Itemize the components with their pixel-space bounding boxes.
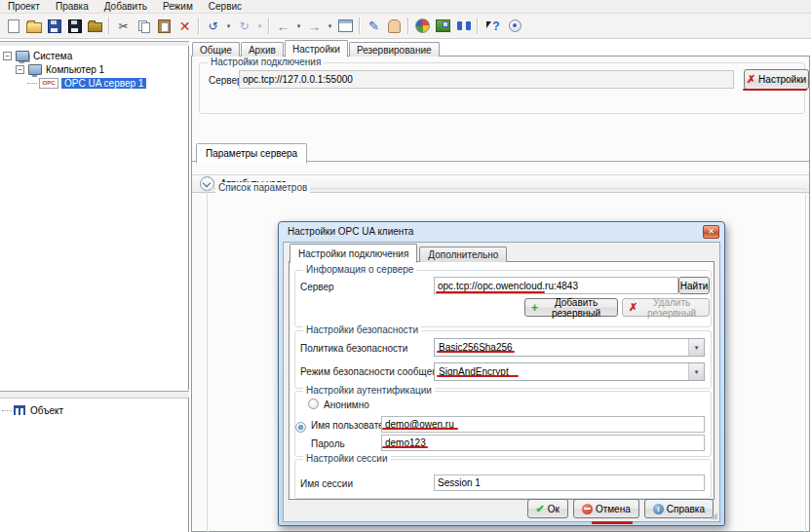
menu-mode[interactable]: Режим <box>155 1 201 12</box>
save-icon <box>48 19 61 33</box>
toolbar-separator <box>477 18 479 34</box>
help-icon: i <box>653 504 664 514</box>
open-folder-icon <box>26 22 42 33</box>
tab-general[interactable]: Общие <box>192 42 240 57</box>
tree-item-label: Компьютер 1 <box>46 64 104 75</box>
open-button[interactable] <box>23 16 44 36</box>
help-button[interactable]: i Справка <box>644 499 714 518</box>
button-label: Настройки <box>758 74 806 85</box>
back-dropdown[interactable]: ▾ <box>293 16 304 36</box>
annotation-underline-password <box>382 446 428 448</box>
group-title: Информация о сервере <box>303 264 416 275</box>
security-policy-select[interactable]: Basic256Sha256 ▾ <box>434 338 705 357</box>
forward-dropdown[interactable]: ▾ <box>325 16 335 36</box>
save-button[interactable] <box>44 16 64 36</box>
search-button[interactable] <box>453 16 474 36</box>
delete-button[interactable]: ✕ <box>174 16 195 36</box>
run-project-button[interactable] <box>433 16 453 36</box>
button-label: Отмена <box>596 504 631 514</box>
info-button[interactable] <box>505 16 525 36</box>
add-backup-button[interactable]: + Добавить резервный <box>524 298 618 317</box>
window-layout-icon <box>338 19 353 32</box>
find-server-button[interactable]: Найти <box>678 277 710 294</box>
group-title: Настройки подключения <box>208 57 324 67</box>
session-name-input[interactable] <box>434 475 705 491</box>
cancel-button[interactable]: Отмена <box>573 499 639 518</box>
forward-button[interactable]: → <box>304 16 325 36</box>
server-label: Сервер <box>209 75 243 86</box>
toolbar-separator <box>268 18 270 34</box>
dialog-tab-bar: Настройки подключения Дополнительно <box>290 244 509 262</box>
resize-grip[interactable] <box>711 513 717 519</box>
server-settings-button[interactable]: ✗ Настройки <box>744 69 809 90</box>
edit-mode-button[interactable]: ✎ <box>364 16 384 36</box>
button-label: Найти <box>680 281 709 291</box>
group-title: Список параметров <box>215 182 310 193</box>
menu-service[interactable]: Сервис <box>201 1 250 12</box>
pan-mode-button[interactable] <box>384 16 405 36</box>
new-button[interactable] <box>3 16 23 36</box>
menu-add[interactable]: Добавить <box>97 1 155 12</box>
menu-project[interactable]: Проект <box>0 1 48 12</box>
back-button[interactable]: ← <box>273 16 293 36</box>
dialog-close-button[interactable]: ✕ <box>703 225 719 239</box>
whats-this-button[interactable]: ? <box>482 16 505 36</box>
window-layout-button[interactable] <box>335 16 356 36</box>
tree-item-object[interactable]: Объект <box>2 403 63 417</box>
delete-icon: ✕ <box>179 19 191 33</box>
copy-icon <box>138 20 150 32</box>
message-security-mode-select[interactable]: SignAndEncrypt ▾ <box>434 362 705 381</box>
session-name-label: Имя сессии <box>300 478 353 489</box>
tab-settings[interactable]: Настройки <box>285 40 348 57</box>
undo-dropdown[interactable]: ▾ <box>223 16 234 36</box>
password-label: Пароль <box>311 438 345 449</box>
opc-ua-client-settings-dialog: Настройки OPC UA клиента ✕ Настройки под… <box>278 221 725 526</box>
tree-item-label-selected: OPC UA сервер 1 <box>61 78 146 89</box>
binoculars-icon <box>457 20 471 31</box>
credentials-radio[interactable] <box>295 422 306 433</box>
password-input[interactable] <box>381 435 705 451</box>
username-input[interactable] <box>381 416 705 433</box>
button-label: Удалить резервный <box>640 297 703 319</box>
group-title: Настройки безопасности <box>303 324 421 335</box>
whats-this-icon: ? <box>486 19 499 33</box>
chevron-down-icon[interactable]: ▾ <box>688 363 704 380</box>
tree-item-system[interactable]: − Система <box>3 49 72 62</box>
button-label: Справка <box>667 504 705 514</box>
security-policy-label: Политика безопасности <box>300 343 407 354</box>
server-url-input[interactable] <box>239 70 734 89</box>
message-security-mode-label: Режим безопасности сообщений <box>300 366 448 377</box>
anonymous-radio[interactable] <box>308 399 319 409</box>
tree-item-computer[interactable]: − Компьютер 1 <box>16 62 104 76</box>
annotation-underline-settings-button <box>743 89 807 91</box>
redo-icon: ↻ <box>239 20 249 32</box>
paste-button[interactable] <box>154 16 174 36</box>
menu-edit[interactable]: Правка <box>48 1 97 12</box>
close-project-button[interactable] <box>85 16 105 36</box>
objects-panel: Объект <box>0 398 189 532</box>
x-icon: ✗ <box>629 301 637 314</box>
tab-redundancy[interactable]: Резервирование <box>349 42 440 57</box>
collapse-box-icon[interactable]: − <box>3 52 12 60</box>
copy-button[interactable] <box>134 16 154 36</box>
tab-server-parameters[interactable]: Параметры сервера <box>196 143 307 164</box>
chevron-down-icon[interactable]: ▾ <box>688 339 704 356</box>
collapse-box-icon[interactable]: − <box>16 65 24 74</box>
toolbar-separator <box>198 18 200 34</box>
server-label: Сервер <box>300 282 334 292</box>
cut-button[interactable]: ✂ <box>113 16 134 36</box>
save-all-button[interactable] <box>64 16 85 36</box>
redo-button[interactable]: ↻ <box>234 16 254 36</box>
opc-icon: OPC <box>39 78 58 89</box>
remove-backup-button[interactable]: ✗ Удалить резервный <box>622 298 710 317</box>
undo-button[interactable]: ↺ <box>203 16 223 36</box>
redo-dropdown[interactable]: ▾ <box>254 16 265 36</box>
dialog-tab-advanced[interactable]: Дополнительно <box>419 247 507 262</box>
ok-button[interactable]: ✔ Ок <box>527 499 568 518</box>
tab-archive[interactable]: Архив <box>241 42 284 57</box>
tree-item-opc-server[interactable]: OPC OPC UA сервер 1 <box>27 76 146 90</box>
palette-button[interactable] <box>412 16 433 36</box>
dialog-tab-connection[interactable]: Настройки подключения <box>290 244 417 263</box>
cut-icon: ✂ <box>118 20 128 32</box>
app-window: Проект Правка Добавить Режим Сервис ✂ ✕ … <box>0 0 811 532</box>
